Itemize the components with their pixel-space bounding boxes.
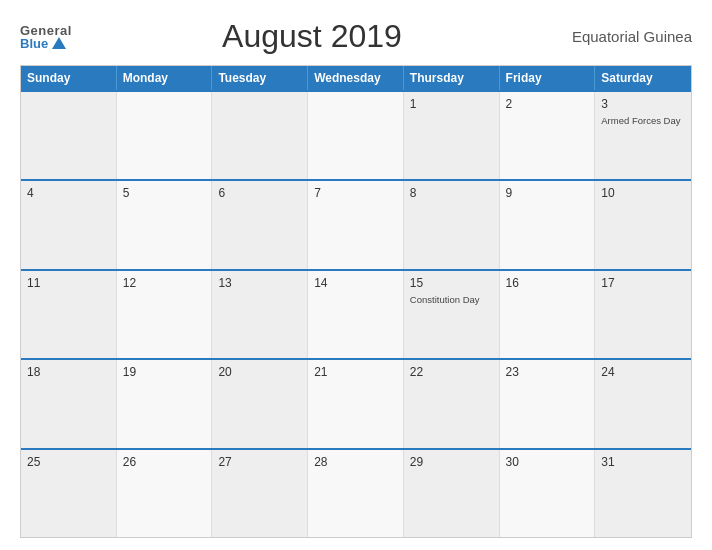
col-monday: Monday: [117, 66, 213, 90]
cell-w1-sat: 3 Armed Forces Day: [595, 92, 691, 179]
col-sunday: Sunday: [21, 66, 117, 90]
cell-w1-mon: [117, 92, 213, 179]
calendar-week-2: 4 5 6 7 8 9 10: [21, 179, 691, 268]
calendar-week-4: 18 19 20 21 22 23 24: [21, 358, 691, 447]
cell-w5-sun: 25: [21, 450, 117, 537]
cell-w2-sat: 10: [595, 181, 691, 268]
cell-w5-sat: 31: [595, 450, 691, 537]
calendar: Sunday Monday Tuesday Wednesday Thursday…: [20, 65, 692, 538]
cell-w5-wed: 28: [308, 450, 404, 537]
cell-w2-thu: 8: [404, 181, 500, 268]
col-tuesday: Tuesday: [212, 66, 308, 90]
cell-w4-tue: 20: [212, 360, 308, 447]
cell-w4-sat: 24: [595, 360, 691, 447]
cell-w4-mon: 19: [117, 360, 213, 447]
col-saturday: Saturday: [595, 66, 691, 90]
cell-w5-tue: 27: [212, 450, 308, 537]
header: General Blue August 2019 Equatorial Guin…: [20, 18, 692, 55]
cell-w2-mon: 5: [117, 181, 213, 268]
cell-w4-sun: 18: [21, 360, 117, 447]
cell-w2-wed: 7: [308, 181, 404, 268]
cell-w5-thu: 29: [404, 450, 500, 537]
logo-blue-text: Blue: [20, 37, 48, 50]
cell-w1-wed: [308, 92, 404, 179]
logo-blue-row: Blue: [20, 37, 66, 50]
calendar-week-1: 1 2 3 Armed Forces Day: [21, 90, 691, 179]
calendar-week-5: 25 26 27 28 29 30 31: [21, 448, 691, 537]
country-name: Equatorial Guinea: [552, 28, 692, 45]
logo: General Blue: [20, 24, 72, 50]
cell-w2-sun: 4: [21, 181, 117, 268]
cell-w3-sat: 17: [595, 271, 691, 358]
cell-w3-thu: 15 Constitution Day: [404, 271, 500, 358]
logo-triangle-icon: [52, 37, 66, 49]
cell-w3-wed: 14: [308, 271, 404, 358]
logo-general-text: General: [20, 24, 72, 37]
cell-w1-sun: [21, 92, 117, 179]
cell-w3-tue: 13: [212, 271, 308, 358]
cell-w4-thu: 22: [404, 360, 500, 447]
cell-w2-tue: 6: [212, 181, 308, 268]
calendar-week-3: 11 12 13 14 15 Constitution Day 16 17: [21, 269, 691, 358]
cell-w2-fri: 9: [500, 181, 596, 268]
calendar-header-row: Sunday Monday Tuesday Wednesday Thursday…: [21, 66, 691, 90]
cell-w5-fri: 30: [500, 450, 596, 537]
cell-w3-fri: 16: [500, 271, 596, 358]
cell-w1-thu: 1: [404, 92, 500, 179]
col-thursday: Thursday: [404, 66, 500, 90]
cell-w3-sun: 11: [21, 271, 117, 358]
page: General Blue August 2019 Equatorial Guin…: [0, 0, 712, 550]
cell-w4-wed: 21: [308, 360, 404, 447]
col-wednesday: Wednesday: [308, 66, 404, 90]
calendar-title: August 2019: [72, 18, 552, 55]
cell-w5-mon: 26: [117, 450, 213, 537]
cell-w4-fri: 23: [500, 360, 596, 447]
cell-w1-fri: 2: [500, 92, 596, 179]
cell-w3-mon: 12: [117, 271, 213, 358]
cell-w1-tue: [212, 92, 308, 179]
col-friday: Friday: [500, 66, 596, 90]
calendar-body: 1 2 3 Armed Forces Day 4 5 6 7 8 9 10 11: [21, 90, 691, 537]
